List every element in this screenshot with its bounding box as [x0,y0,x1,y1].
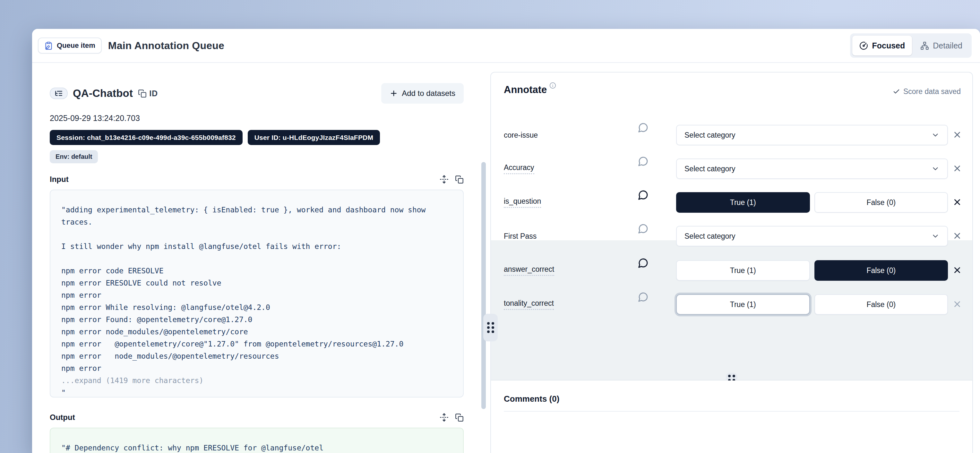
score-row: First Pass Select category [504,226,962,246]
comments-title: Comments (0) [504,394,959,404]
add-to-datasets-button[interactable]: Add to datasets [381,83,464,103]
queue-item-badge: Queue item [38,38,102,54]
true-button[interactable]: True (1) [676,294,810,315]
chevron-down-icon [931,131,940,139]
annotate-panel: Annotate Score data saved core-issue [490,72,973,453]
copy-id-button[interactable]: ID [138,89,158,98]
fold-vertical-icon[interactable] [440,175,449,184]
score-saved-label: Score data saved [903,87,961,96]
env-badge: Env: default [50,150,98,163]
false-button[interactable]: False (0) [815,294,948,315]
clipboard-pen-icon [44,41,53,50]
delete-score-icon[interactable] [952,197,962,207]
score-row: Accuracy Select category [504,159,962,179]
comment-bubble-icon[interactable] [638,257,649,268]
score-label-first-pass: First Pass [504,232,536,241]
select-placeholder: Select category [684,131,735,140]
true-button[interactable]: True (1) [676,192,810,213]
trace-type-icon [50,87,68,99]
score-row: is_question True (1) False (0) [504,192,962,213]
session-badge[interactable]: Session: chat_b13e4216-c09e-499d-a39c-65… [50,130,243,145]
fold-vertical-icon[interactable] [440,413,449,422]
left-panel-scrollbar[interactable] [481,162,486,409]
copy-icon [138,89,146,98]
delete-score-icon[interactable] [952,130,962,140]
delete-score-icon[interactable] [952,164,962,173]
detailed-label: Detailed [933,41,963,50]
queue-item-label: Queue item [57,41,95,50]
output-code-block: "# Dependency conflict: why npm ERESOLVE… [50,428,464,453]
copy-input-icon[interactable] [455,175,464,184]
focused-label: Focused [872,41,905,50]
delete-score-icon[interactable] [952,231,962,241]
input-code-text: "adding experimental_telemetry: { isEnab… [61,206,425,372]
gauge-icon [859,41,868,50]
view-toggle: Focused Detailed [850,33,972,58]
score-label-is-question: is_question [504,197,541,208]
focused-view-button[interactable]: Focused [852,36,912,56]
panel-resize-handle[interactable] [483,314,498,341]
expand-link[interactable]: ...expand (1419 more characters) [61,376,204,385]
score-label-accuracy: Accuracy [504,163,534,174]
trace-panel: QA-Chatbot ID Add to datasets 2025-09-29… [50,63,464,453]
category-select[interactable]: Select category [676,226,948,246]
workflow-icon [920,41,929,50]
score-row: core-issue Select category [504,125,962,145]
score-row: tonality_correct True (1) False (0) [504,294,962,315]
trace-timestamp: 2025-09-29 13:24:20.703 [50,114,464,123]
app-window: Queue item Main Annotation Queue Focused [32,29,980,453]
true-button[interactable]: True (1) [676,260,810,281]
score-label-tonality-correct: tonality_correct [504,299,554,310]
trace-name: QA-Chatbot [73,87,133,99]
score-row: answer_correct True (1) False (0) [504,260,962,281]
category-select[interactable]: Select category [676,125,948,145]
select-placeholder: Select category [684,232,735,241]
score-label-answer-correct: answer_correct [504,265,554,276]
category-select[interactable]: Select category [676,159,948,179]
plus-icon [390,89,398,97]
detailed-view-button[interactable]: Detailed [913,36,969,56]
comment-bubble-icon[interactable] [638,156,649,167]
comment-bubble-icon[interactable] [638,122,649,133]
closing-quote: " [61,388,66,397]
chevron-down-icon [931,165,940,173]
add-to-datasets-label: Add to datasets [402,89,455,98]
comment-bubble-icon[interactable] [638,189,649,200]
false-button[interactable]: False (0) [815,260,948,281]
score-label-core-issue: core-issue [504,131,538,140]
comment-bubble-icon[interactable] [638,292,649,302]
user-id-badge[interactable]: User ID: u-HLdEogyJIzazF4SIaFPDM [248,130,380,145]
comments-rule [504,411,959,412]
false-button[interactable]: False (0) [815,192,948,213]
page-title: Main Annotation Queue [108,40,224,52]
delete-score-icon[interactable] [952,299,962,309]
input-section-title: Input [50,175,69,184]
window-header: Queue item Main Annotation Queue Focused [32,29,980,63]
select-placeholder: Select category [684,165,735,173]
chevron-down-icon [931,232,940,240]
copy-output-icon[interactable] [455,413,464,422]
delete-score-icon[interactable] [952,265,962,275]
output-code-text: "# Dependency conflict: why npm ERESOLVE… [61,444,323,452]
id-label: ID [149,89,158,98]
comments-section: Comments (0) [491,380,972,453]
comment-bubble-icon[interactable] [638,223,649,234]
input-code-block: "adding experimental_telemetry: { isEnab… [50,189,464,397]
annotate-title: Annotate [504,84,547,95]
score-saved-status: Score data saved [893,87,961,96]
info-icon [549,82,556,89]
check-icon [893,88,900,95]
output-section-title: Output [50,413,75,422]
